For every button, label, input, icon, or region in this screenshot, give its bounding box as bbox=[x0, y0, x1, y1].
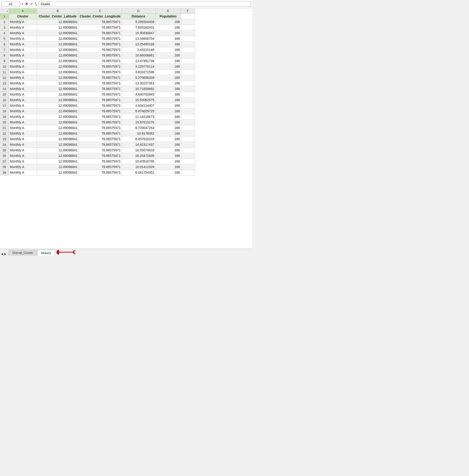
cell-lat[interactable]: 12.89098841 bbox=[37, 41, 79, 47]
cell-distance[interactable]: 4.634114407 bbox=[122, 103, 155, 108]
cell-distance[interactable]: 13.47991736 bbox=[122, 58, 155, 64]
tab-sheet1[interactable]: Sheet1 bbox=[37, 250, 55, 256]
cell-lon[interactable]: 78.86575971 bbox=[79, 58, 122, 64]
cell-lat[interactable]: 12.89098841 bbox=[37, 97, 79, 103]
col-header-e[interactable]: E bbox=[155, 8, 181, 14]
cell-distance[interactable]: 14.62317437 bbox=[122, 142, 155, 147]
cell-lat[interactable]: 12.89098841 bbox=[37, 147, 79, 153]
cell-population[interactable]: 166 bbox=[155, 119, 181, 125]
cell-population[interactable]: 166 bbox=[155, 170, 181, 175]
cell-population[interactable]: 166 bbox=[155, 125, 181, 131]
cell-lat[interactable]: 12.89098841 bbox=[37, 164, 79, 170]
cell-population[interactable]: 166 bbox=[155, 97, 181, 103]
tab-overall-cluster[interactable]: Overall_Cluster bbox=[8, 250, 37, 256]
cell-cluster[interactable]: Monthly A bbox=[9, 52, 37, 58]
cell-lat[interactable]: 12.89098841 bbox=[37, 86, 79, 92]
cell-cluster[interactable]: Monthly A bbox=[9, 142, 37, 147]
cell-distance[interactable]: 5.370606339 bbox=[122, 75, 155, 81]
cell-lat[interactable]: 12.89098841 bbox=[37, 81, 79, 86]
cell-lon[interactable]: 78.86575971 bbox=[79, 170, 122, 175]
cell-cluster[interactable]: Monthly A bbox=[9, 114, 37, 119]
cell-population[interactable]: 166 bbox=[155, 147, 181, 153]
cell-cluster[interactable]: Monthly A bbox=[9, 41, 37, 47]
cell-distance[interactable]: 10.9176062 bbox=[122, 131, 155, 136]
cell-lat[interactable]: 12.89098841 bbox=[37, 69, 79, 75]
cell-lon[interactable]: 78.86575971 bbox=[79, 136, 122, 142]
cell-lon[interactable]: 78.86575971 bbox=[79, 131, 122, 136]
cell-lat[interactable]: 12.89098841 bbox=[37, 119, 79, 125]
cell-cluster[interactable]: Monthly A bbox=[9, 136, 37, 142]
cell-distance[interactable]: 10.66006861 bbox=[122, 52, 155, 58]
cell-distance[interactable]: 3.229770114 bbox=[122, 64, 155, 69]
cell-lon[interactable]: 78.86575971 bbox=[79, 153, 122, 159]
cell-lon[interactable]: 78.86575971 bbox=[79, 119, 122, 125]
cell-distance[interactable]: 8.733047253 bbox=[122, 125, 155, 131]
cell-population[interactable]: 166 bbox=[155, 81, 181, 86]
header-population[interactable]: Population bbox=[155, 14, 181, 19]
cell-cluster[interactable]: Monthly A bbox=[9, 108, 37, 114]
function-icon[interactable]: fx bbox=[35, 2, 37, 6]
cell-lat[interactable]: 12.89098841 bbox=[37, 103, 79, 108]
cell-cluster[interactable]: Monthly A bbox=[9, 58, 37, 64]
cell-population[interactable]: 166 bbox=[155, 36, 181, 41]
cell-distance[interactable]: 6.457618103 bbox=[122, 136, 155, 142]
cell-cluster[interactable]: Monthly A bbox=[9, 64, 37, 69]
cell-lat[interactable]: 12.89098841 bbox=[37, 142, 79, 147]
cell-population[interactable]: 166 bbox=[155, 69, 181, 75]
cell-distance[interactable]: 10.71859692 bbox=[122, 86, 155, 92]
cell-cluster[interactable]: Monthly A bbox=[9, 81, 37, 86]
cell-lat[interactable]: 12.89098841 bbox=[37, 125, 79, 131]
cell-lat[interactable]: 12.89098841 bbox=[37, 153, 79, 159]
cell-lat[interactable]: 12.89098841 bbox=[37, 47, 79, 52]
cell-lat[interactable]: 12.89098841 bbox=[37, 19, 79, 25]
confirm-icon[interactable]: ✓ bbox=[30, 2, 33, 6]
cell-distance[interactable]: 7.833182431 bbox=[122, 25, 155, 30]
cell-population[interactable]: 166 bbox=[155, 30, 181, 36]
cell-reference-box[interactable]: A1 bbox=[1, 2, 20, 6]
formula-input[interactable]: Cluster bbox=[39, 2, 251, 6]
cell-distance[interactable]: 3.43215149 bbox=[122, 47, 155, 52]
cell-lon[interactable]: 78.86575971 bbox=[79, 114, 122, 119]
cell-distance[interactable]: 10.01411026 bbox=[122, 164, 155, 170]
cell-distance[interactable]: 10.43516795 bbox=[122, 159, 155, 164]
cell-distance[interactable]: 3.633271596 bbox=[122, 69, 155, 75]
cell-population[interactable]: 166 bbox=[155, 86, 181, 92]
cell-lon[interactable]: 78.86575971 bbox=[79, 97, 122, 103]
cell-lon[interactable]: 78.86575971 bbox=[79, 159, 122, 164]
cell-lat[interactable]: 12.89098841 bbox=[37, 114, 79, 119]
cell-lon[interactable]: 78.86575971 bbox=[79, 103, 122, 108]
cell-cluster[interactable]: Monthly A bbox=[9, 170, 37, 175]
cell-population[interactable]: 166 bbox=[155, 47, 181, 52]
tab-nav[interactable]: ◀ ▶ bbox=[1, 252, 6, 256]
cell-cluster[interactable]: Monthly A bbox=[9, 119, 37, 125]
cell-population[interactable]: 166 bbox=[155, 41, 181, 47]
cell-distance[interactable]: 5.299304409 bbox=[122, 19, 155, 25]
header-cluster[interactable]: Cluster bbox=[9, 14, 37, 19]
tab-prev-icon[interactable]: ◀ bbox=[1, 252, 3, 256]
cell-distance[interactable]: 6.041754351 bbox=[122, 170, 155, 175]
cell-lat[interactable]: 12.89098841 bbox=[37, 136, 79, 142]
cell-lat[interactable]: 12.89098841 bbox=[37, 92, 79, 97]
cell-lat[interactable]: 12.89098841 bbox=[37, 75, 79, 81]
cell-population[interactable]: 166 bbox=[155, 58, 181, 64]
cell-lat[interactable]: 12.89098841 bbox=[37, 52, 79, 58]
cell-cluster[interactable]: Monthly A bbox=[9, 92, 37, 97]
cell-distance[interactable]: 16.55079033 bbox=[122, 147, 155, 153]
cell-cluster[interactable]: Monthly A bbox=[9, 153, 37, 159]
cell-lat[interactable]: 12.89098841 bbox=[37, 64, 79, 69]
col-header-d[interactable]: D bbox=[122, 8, 155, 14]
cell-cluster[interactable]: Monthly A bbox=[9, 147, 37, 153]
cell-population[interactable]: 166 bbox=[155, 75, 181, 81]
tab-next-icon[interactable]: ▶ bbox=[4, 252, 6, 256]
col-header-a[interactable]: A bbox=[9, 8, 37, 14]
cell-cluster[interactable]: Monthly A bbox=[9, 103, 37, 108]
cell-cluster[interactable]: Monthly A bbox=[9, 75, 37, 81]
cell-cluster[interactable]: Monthly A bbox=[9, 164, 37, 170]
cell-distance[interactable]: 10.95938847 bbox=[122, 30, 155, 36]
cell-lat[interactable]: 12.89098841 bbox=[37, 159, 79, 164]
cell-population[interactable]: 166 bbox=[155, 64, 181, 69]
cell-population[interactable]: 166 bbox=[155, 142, 181, 147]
cell-lat[interactable]: 12.89098841 bbox=[37, 30, 79, 36]
cell-lat[interactable]: 12.89098841 bbox=[37, 36, 79, 41]
cell-cluster[interactable]: Monthly A bbox=[9, 97, 37, 103]
